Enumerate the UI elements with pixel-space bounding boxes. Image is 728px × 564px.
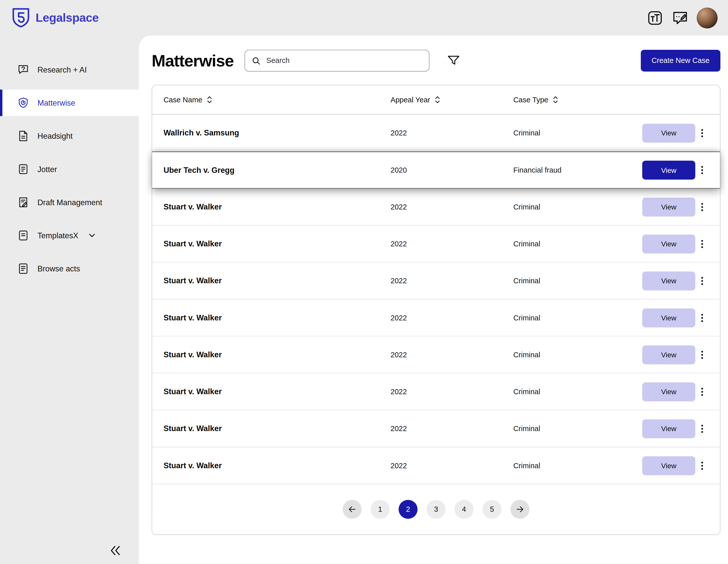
view-button[interactable]: View xyxy=(642,456,695,475)
sidebar-nav: Research + AI Matterwise Headsight Jotte… xyxy=(0,36,139,282)
collapse-sidebar-icon[interactable] xyxy=(108,543,123,558)
cases-table: Case Name Appeal Year xyxy=(152,85,720,535)
sidebar-item-draft-management[interactable]: Draft Management xyxy=(0,189,139,216)
research-ai-icon xyxy=(17,63,30,76)
case-name: Stuart v. Walker xyxy=(164,461,391,470)
sort-icon[interactable] xyxy=(553,96,558,104)
view-button[interactable]: View xyxy=(642,419,695,438)
appeal-year: 2022 xyxy=(391,203,513,211)
case-name: Wallrich v. Samsung xyxy=(164,128,391,138)
page-button-1[interactable]: 1 xyxy=(371,500,390,519)
table-row: Stuart v. Walker 2022 Criminal View xyxy=(152,373,720,410)
table-row: Stuart v. Walker 2022 Criminal View xyxy=(152,189,720,226)
app-window: Legalspace xyxy=(0,0,728,564)
table-row: Stuart v. Walker 2022 Criminal View xyxy=(152,447,720,484)
kebab-menu-icon[interactable] xyxy=(695,126,709,140)
appeal-year: 2022 xyxy=(391,387,513,396)
case-name: Stuart v. Walker xyxy=(164,203,391,212)
view-button[interactable]: View xyxy=(642,123,695,142)
kebab-menu-icon[interactable] xyxy=(695,347,709,361)
user-avatar[interactable] xyxy=(697,7,718,28)
templates-icon xyxy=(17,230,30,242)
view-button[interactable]: View xyxy=(642,161,695,180)
column-label: Case Type xyxy=(513,96,548,104)
case-type: Financial fraud xyxy=(513,166,642,174)
appeal-year: 2022 xyxy=(391,424,513,433)
sort-icon[interactable] xyxy=(435,96,440,104)
search-input[interactable] xyxy=(265,56,422,65)
kebab-menu-icon[interactable] xyxy=(695,421,709,436)
case-name: Uber Tech v. Gregg xyxy=(164,166,391,175)
column-header-appeal-year[interactable]: Appeal Year xyxy=(391,96,513,104)
sidebar-item-templatesx[interactable]: TemplatesX xyxy=(0,222,139,249)
table-row: Stuart v. Walker 2022 Criminal View xyxy=(152,299,720,336)
topbar: Legalspace xyxy=(0,0,728,36)
sidebar-item-browse-acts[interactable]: Browse acts xyxy=(0,256,139,282)
sidebar-item-matterwise[interactable]: Matterwise xyxy=(0,90,139,116)
sidebar-item-label: Headsight xyxy=(37,131,73,141)
draft-icon xyxy=(17,196,30,209)
search-icon xyxy=(252,56,261,65)
case-name: Stuart v. Walker xyxy=(164,424,391,433)
sidebar-item-label: TemplatesX xyxy=(37,231,78,240)
column-header-case-name[interactable]: Case Name xyxy=(164,96,391,104)
feedback-icon[interactable] xyxy=(672,9,689,27)
view-button[interactable]: View xyxy=(642,234,695,253)
sidebar-item-label: Draft Management xyxy=(37,198,102,207)
appeal-year: 2022 xyxy=(391,240,513,248)
sidebar-item-label: Browse acts xyxy=(37,264,80,273)
next-page-button[interactable] xyxy=(510,500,529,519)
page-button-5[interactable]: 5 xyxy=(483,500,502,519)
sidebar: Research + AI Matterwise Headsight Jotte… xyxy=(0,36,139,564)
page-button-3[interactable]: 3 xyxy=(427,500,446,519)
topbar-actions xyxy=(647,7,718,28)
kebab-menu-icon[interactable] xyxy=(695,200,709,214)
sidebar-item-research-ai[interactable]: Research + AI xyxy=(0,56,139,83)
case-name: Stuart v. Walker xyxy=(164,313,391,322)
text-size-icon[interactable] xyxy=(647,9,664,27)
view-button[interactable]: View xyxy=(642,197,695,216)
appeal-year: 2022 xyxy=(391,350,513,359)
table-row: Stuart v. Walker 2022 Criminal View xyxy=(152,336,720,373)
page-header: Matterwise Create N xyxy=(139,36,728,72)
appeal-year: 2022 xyxy=(391,129,513,137)
view-button[interactable]: View xyxy=(642,345,695,364)
view-button[interactable]: View xyxy=(642,308,695,327)
view-button[interactable]: View xyxy=(642,271,695,290)
sidebar-item-label: Matterwise xyxy=(37,98,75,107)
case-type: Criminal xyxy=(513,350,642,359)
kebab-menu-icon[interactable] xyxy=(695,163,709,177)
headsight-icon xyxy=(17,130,30,142)
case-type: Criminal xyxy=(513,277,642,285)
appeal-year: 2022 xyxy=(391,313,513,322)
sidebar-item-headsight[interactable]: Headsight xyxy=(0,123,139,149)
case-type: Criminal xyxy=(513,387,642,396)
page-button-2[interactable]: 2 xyxy=(399,500,418,519)
case-type: Criminal xyxy=(513,424,642,433)
browse-acts-icon xyxy=(17,263,30,275)
view-button[interactable]: View xyxy=(642,382,695,401)
table-header-row: Case Name Appeal Year xyxy=(152,85,720,115)
column-label: Case Name xyxy=(164,96,202,104)
case-name: Stuart v. Walker xyxy=(164,350,391,359)
create-new-case-button[interactable]: Create New Case xyxy=(641,50,720,72)
previous-page-button[interactable] xyxy=(343,500,362,519)
table-row: Stuart v. Walker 2022 Criminal View xyxy=(152,263,720,299)
brand-logo[interactable]: Legalspace xyxy=(11,8,99,28)
page-button-4[interactable]: 4 xyxy=(454,500,473,519)
kebab-menu-icon[interactable] xyxy=(695,384,709,399)
sidebar-item-jotter[interactable]: Jotter xyxy=(0,156,139,183)
kebab-menu-icon[interactable] xyxy=(695,274,709,288)
table-row: Stuart v. Walker 2022 Criminal View xyxy=(152,410,720,447)
chevron-down-icon[interactable] xyxy=(88,231,96,240)
filter-icon[interactable] xyxy=(446,54,461,68)
column-header-case-type[interactable]: Case Type xyxy=(513,96,642,104)
case-type: Criminal xyxy=(513,129,642,137)
kebab-menu-icon[interactable] xyxy=(695,458,709,472)
kebab-menu-icon[interactable] xyxy=(695,310,709,325)
pagination: 12345 xyxy=(152,484,720,534)
column-label: Appeal Year xyxy=(391,96,430,104)
table-row: Stuart v. Walker 2022 Criminal View xyxy=(152,226,720,263)
sort-icon[interactable] xyxy=(207,96,212,104)
kebab-menu-icon[interactable] xyxy=(695,237,709,251)
